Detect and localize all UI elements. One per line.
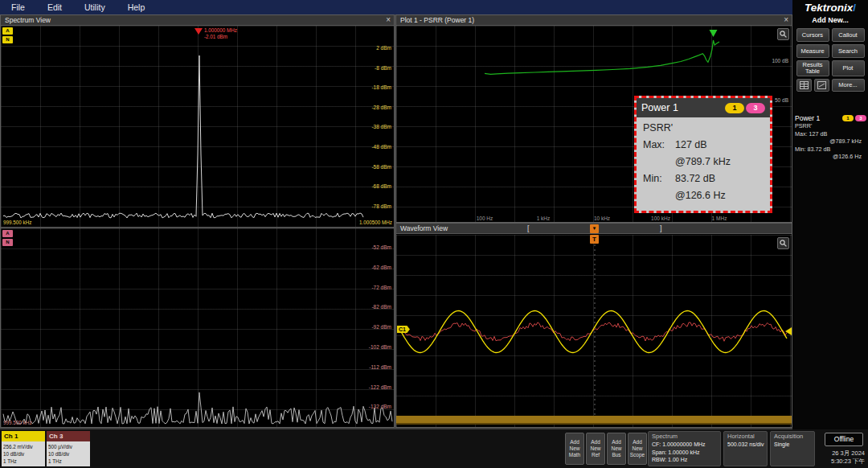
ch1-db-div: 10 dB/div — [3, 450, 43, 458]
peak-marker-icon[interactable] — [194, 28, 203, 35]
x-axis-left-label: 999.500 kHz — [3, 420, 31, 425]
close-icon[interactable]: × — [784, 15, 788, 25]
channel3-name[interactable]: Ch 3 — [47, 431, 90, 441]
menu-file[interactable]: File — [0, 0, 36, 14]
badge-title: Power 1 — [795, 114, 842, 122]
trigger-arrow-icon[interactable]: ▼ — [590, 224, 599, 233]
spectrum-trace-ch3 — [1, 228, 394, 427]
results-table-button[interactable]: Results Table — [796, 60, 829, 76]
table-grid-icon[interactable] — [796, 79, 812, 92]
annotation-icon[interactable] — [814, 79, 829, 92]
source1-badge: 1 — [725, 103, 744, 113]
trace-indicator-chips-ch1: A N — [2, 27, 13, 43]
timebase-bar — [396, 416, 792, 423]
channel1-footer-badge[interactable]: Ch 1 256.2 mV/div 10 dB/div 1 THz — [2, 431, 45, 466]
axis-tick-label: -78 dBm — [371, 203, 391, 210]
add-new-scope-button[interactable]: Add New Scope — [628, 433, 647, 465]
right-sidebar: Tektronix/ Add New... Cursors Callout Me… — [792, 0, 868, 429]
plot1-window: Plot 1 - PSRR (Power 1) × 100 dB 50 dB 1… — [395, 14, 792, 223]
power1-measurement-popup[interactable]: Power 1 1 3 PSRR' Max:127 dB @789.7 kHz … — [634, 96, 772, 213]
measure-button[interactable]: Measure — [796, 44, 829, 58]
psrr-y-label-50: 50 dB — [775, 97, 788, 103]
time-text: 5:30:23 下午 — [804, 458, 865, 466]
trace-chip-icon[interactable]: N — [2, 36, 13, 43]
expansion-left-bracket[interactable]: [ — [527, 224, 530, 234]
trace-chip-icon[interactable]: A — [2, 27, 13, 35]
add-new-label: Add New... — [792, 16, 868, 24]
add-new-buttons: Add New Math Add New Ref Add New Bus Add… — [565, 433, 647, 465]
x-axis-tick-label: 10 kHz — [588, 216, 616, 221]
x-axis-tick-label: 100 kHz — [647, 216, 674, 221]
popup-max-label: Max: — [643, 137, 675, 154]
date-time: 26 3月 2024 5:30:23 下午 — [804, 450, 865, 465]
close-icon[interactable]: × — [386, 15, 391, 25]
y-axis-labels-ch1: 2 dBm-8 dBm-18 dBm-28 dBm-38 dBm-48 dBm-… — [358, 26, 394, 227]
axis-tick-label: -18 dBm — [371, 84, 391, 91]
menu-edit[interactable]: Edit — [36, 0, 73, 14]
horizontal-panel[interactable]: Horizontal 500.032 ns/div — [723, 431, 768, 466]
peak-marker-readout: 1.000000 MHz -2.01 dBm — [204, 27, 237, 39]
spectrum-rbw: RBW: 1.00 Hz — [652, 456, 717, 464]
add-new-ref-button[interactable]: Add New Ref — [586, 433, 605, 465]
spectrum-trace-ch1 — [1, 26, 394, 227]
axis-tick-label: -122 dBm — [369, 384, 391, 391]
trigger-t-icon[interactable]: T — [590, 235, 599, 244]
waveform-plot-area[interactable]: C1 — [396, 235, 792, 427]
popup-measure-name: PSRR' — [643, 120, 764, 137]
menu-utility[interactable]: Utility — [73, 0, 117, 14]
spectrum-plot-ch3[interactable]: A N -52 dBm-62 dBm-72 dBm-82 dBm-92 dBm-… — [1, 228, 394, 427]
cursors-button[interactable]: Cursors — [796, 28, 829, 42]
axis-tick-label: -102 dBm — [369, 344, 391, 351]
badge-min-at: @126.6 Hz — [795, 153, 866, 161]
spectrum-view-titlebar[interactable]: Spectrum View × — [1, 15, 394, 26]
ch1-scale: 256.2 mV/div — [3, 443, 43, 450]
axis-tick-label: -38 dBm — [371, 124, 391, 130]
zoom-magnifier-icon[interactable] — [777, 237, 789, 249]
spectrum-span: Span: 1.00000 kHz — [652, 449, 717, 457]
offline-button[interactable]: Offline — [825, 433, 863, 446]
channel1-name[interactable]: Ch 1 — [2, 431, 45, 441]
trace-chip-icon[interactable]: N — [2, 239, 13, 246]
add-new-math-button[interactable]: Add New Math — [565, 433, 584, 465]
channel1-level-marker-icon[interactable] — [785, 327, 792, 335]
plot1-titlebar[interactable]: Plot 1 - PSRR (Power 1) × — [396, 15, 792, 26]
popup-body: PSRR' Max:127 dB @789.7 kHz Min:83.72 dB… — [637, 117, 770, 207]
psrr-y-label-100: 100 dB — [772, 58, 788, 64]
source1-badge: 1 — [842, 115, 854, 121]
waveform-view-window: Waveform View [ ] ▼ T C1 — [395, 223, 792, 428]
spectrum-settings-panel[interactable]: Spectrum CF: 1.00000000 MHz Span: 1.0000… — [648, 431, 721, 466]
plot-button[interactable]: Plot — [832, 60, 865, 76]
date-text: 26 3月 2024 — [804, 450, 865, 458]
spectrum-view-title: Spectrum View — [5, 16, 51, 24]
axis-tick-label: -28 dBm — [371, 105, 391, 111]
source2-badge: 3 — [855, 115, 866, 121]
horizontal-scale: 500.032 ns/div — [727, 441, 764, 449]
power1-results-badge[interactable]: Power 1 1 3 PSRR' Max: 127 dB @789.7 kHz… — [795, 114, 866, 161]
search-button[interactable]: Search — [832, 44, 865, 58]
popup-max-at: @789.7 kHz — [643, 154, 764, 170]
ch3-scale: 500 µV/div — [48, 443, 88, 450]
callout-button[interactable]: Callout — [832, 28, 865, 42]
menu-help[interactable]: Help — [117, 0, 157, 14]
popup-header[interactable]: Power 1 1 3 — [637, 98, 770, 117]
expansion-right-bracket[interactable]: ] — [660, 224, 662, 234]
badge-max-line: Max: 127 dB — [795, 130, 866, 138]
zoom-magnifier-icon[interactable] — [777, 28, 789, 40]
axis-tick-label: -8 dBm — [375, 65, 391, 72]
add-new-button-grid: Cursors Callout Measure Search Results T… — [792, 24, 868, 93]
channel3-footer-badge[interactable]: Ch 3 500 µV/div 10 dB/div 1 THz — [47, 431, 90, 466]
add-new-bus-button[interactable]: Add New Bus — [607, 433, 626, 465]
axis-tick-label: -82 dBm — [371, 304, 391, 310]
more-button[interactable]: More... — [832, 79, 865, 92]
plot1-title: Plot 1 - PSRR (Power 1) — [400, 16, 474, 24]
axis-tick-label: -132 dBm — [369, 404, 391, 410]
popup-min-at: @126.6 Hz — [643, 187, 764, 204]
waveform-view-title: Waveform View — [400, 224, 448, 232]
spectrum-plot-ch1[interactable]: A N 2 dBm-8 dBm-18 dBm-28 dBm-38 dBm-48 … — [1, 26, 394, 227]
menu-bar: File Edit Utility Help — [0, 0, 792, 14]
waveform-traces — [396, 235, 792, 427]
x-axis-tick-label: 100 Hz — [471, 216, 498, 221]
y-axis-labels-ch3: -52 dBm-62 dBm-72 dBm-82 dBm-92 dBm-102 … — [358, 228, 394, 427]
acquisition-panel-title: Acquisition — [774, 433, 811, 441]
trace-chip-icon[interactable]: A — [2, 230, 13, 237]
